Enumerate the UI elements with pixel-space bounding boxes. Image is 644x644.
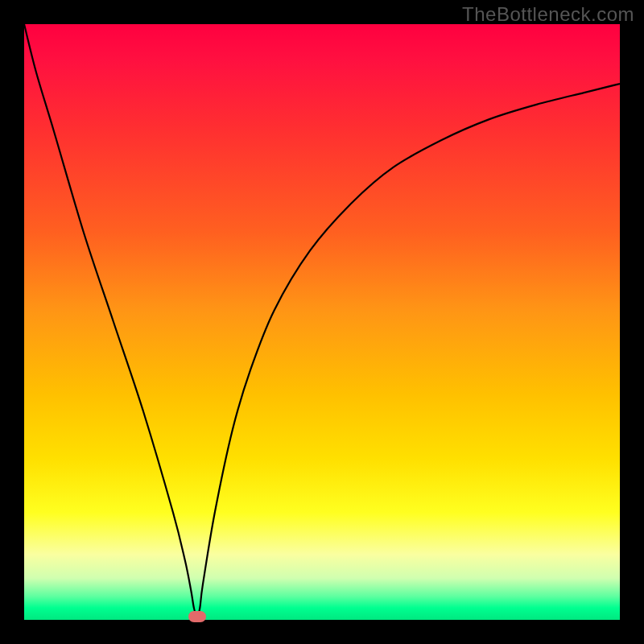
watermark-label: TheBottleneck.com <box>462 3 634 26</box>
optimal-point-marker <box>188 611 206 622</box>
curve-layer <box>24 24 620 620</box>
bottleneck-curve <box>24 24 620 617</box>
plot-area <box>24 24 620 620</box>
chart-frame: TheBottleneck.com <box>0 0 644 644</box>
